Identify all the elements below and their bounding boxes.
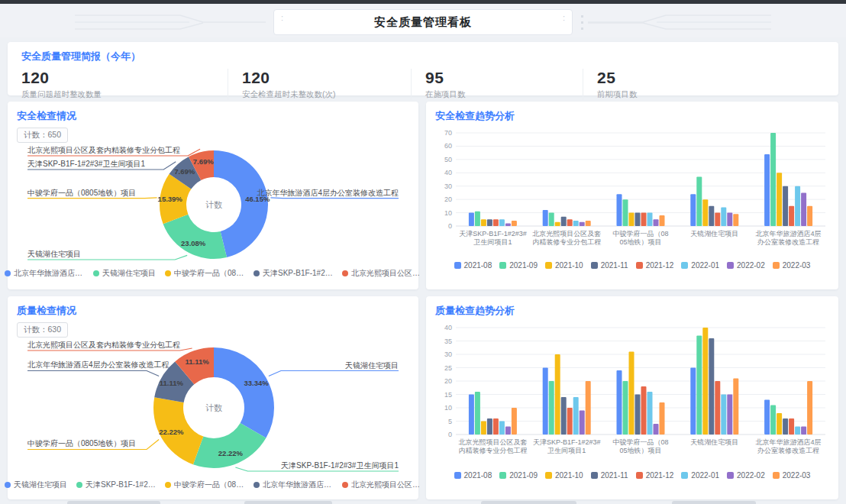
bar[interactable] — [709, 338, 714, 435]
bar[interactable] — [512, 221, 517, 226]
legend-item[interactable]: 2021-08 — [454, 471, 492, 480]
bar[interactable] — [764, 154, 770, 226]
legend-item[interactable]: 2021-10 — [545, 471, 583, 480]
bar[interactable] — [801, 427, 806, 435]
bar[interactable] — [493, 219, 499, 226]
bar[interactable] — [623, 199, 628, 226]
bar[interactable] — [629, 352, 634, 435]
bar[interactable] — [499, 219, 505, 226]
bar[interactable] — [715, 381, 720, 435]
bar[interactable] — [481, 219, 486, 226]
bar[interactable] — [505, 427, 511, 435]
bar[interactable] — [487, 219, 492, 226]
legend-item[interactable]: 2021-09 — [499, 471, 538, 480]
legend-item[interactable]: 天津SKP-B1F-1#2#3#卫生间项目1 — [253, 268, 333, 279]
bar[interactable] — [709, 206, 714, 226]
legend-item[interactable]: 北京光熙项目公区及套内精装修专业分包工程 — [342, 268, 421, 279]
legend-item[interactable]: 2021-10 — [545, 261, 583, 270]
bar[interactable] — [580, 222, 585, 226]
bar[interactable] — [475, 212, 480, 226]
bar[interactable] — [770, 133, 776, 226]
bar[interactable] — [721, 395, 726, 435]
bar[interactable] — [543, 210, 548, 226]
pie-slice[interactable] — [214, 347, 274, 438]
bar[interactable] — [635, 213, 641, 226]
legend-item[interactable]: 2022-02 — [727, 261, 765, 270]
bar[interactable] — [543, 368, 548, 435]
bar[interactable] — [469, 395, 474, 435]
bar[interactable] — [789, 206, 794, 226]
bar[interactable] — [629, 213, 634, 226]
bar[interactable] — [777, 173, 782, 226]
bar[interactable] — [702, 199, 708, 226]
bar[interactable] — [647, 213, 653, 226]
legend-item[interactable]: 天镜湖住宅项目 — [5, 480, 67, 490]
legend-item[interactable]: 北京年华旅游酒店4层办公室装修改造工程 — [5, 268, 84, 279]
bar[interactable] — [777, 413, 782, 435]
bar[interactable] — [573, 221, 579, 226]
bar[interactable] — [617, 194, 622, 226]
bar[interactable] — [654, 219, 659, 226]
bar[interactable] — [807, 381, 812, 435]
bar[interactable] — [580, 411, 585, 435]
bar[interactable] — [641, 213, 647, 226]
bar[interactable] — [789, 418, 794, 435]
bar[interactable] — [481, 422, 486, 435]
bar[interactable] — [641, 386, 647, 435]
bar[interactable] — [549, 381, 554, 435]
legend-item[interactable]: 中骏学府一品（0805地铁）项目 — [165, 480, 244, 490]
bar[interactable] — [795, 427, 800, 435]
bar[interactable] — [727, 395, 732, 435]
bar[interactable] — [690, 368, 696, 435]
bar[interactable] — [469, 213, 474, 226]
bar[interactable] — [499, 422, 505, 435]
bar[interactable] — [696, 177, 702, 226]
legend-item[interactable]: 2021-09 — [499, 261, 538, 270]
bar[interactable] — [647, 392, 653, 435]
bar[interactable] — [555, 354, 560, 435]
legend-item[interactable]: 2022-01 — [681, 261, 719, 270]
bar[interactable] — [487, 418, 492, 435]
bar[interactable] — [721, 208, 726, 226]
bar[interactable] — [573, 397, 579, 435]
bar[interactable] — [567, 408, 573, 435]
bar[interactable] — [702, 328, 708, 435]
bar[interactable] — [567, 219, 573, 226]
bar[interactable] — [586, 221, 591, 226]
bar[interactable] — [764, 400, 770, 435]
legend-item[interactable]: 2021-11 — [591, 261, 628, 270]
bar[interactable] — [801, 192, 806, 226]
bar[interactable] — [635, 395, 641, 435]
legend-item[interactable]: 2021-11 — [591, 471, 628, 480]
bar[interactable] — [783, 186, 788, 226]
bar[interactable] — [807, 206, 812, 226]
legend-item[interactable]: 2022-01 — [681, 471, 719, 480]
legend-item[interactable]: 北京年华旅游酒店4层办公室装修改造工程 — [253, 480, 333, 490]
bar[interactable] — [795, 186, 800, 226]
bar[interactable] — [512, 408, 517, 435]
bar[interactable] — [783, 418, 788, 435]
bar[interactable] — [561, 397, 567, 435]
legend-item[interactable]: 2021-08 — [454, 261, 492, 270]
bar[interactable] — [733, 214, 738, 226]
bar[interactable] — [505, 224, 511, 226]
legend-item[interactable]: 2021-12 — [636, 471, 674, 480]
legend-item[interactable]: 2021-12 — [636, 261, 674, 270]
legend-item[interactable]: 北京光熙项目公区及套内精装修专业分包工程 — [342, 480, 421, 490]
legend-item[interactable]: 天镜湖住宅项目 — [93, 268, 156, 279]
bar[interactable] — [660, 402, 665, 435]
bar[interactable] — [617, 370, 622, 435]
bar[interactable] — [696, 336, 702, 435]
bar[interactable] — [690, 194, 696, 226]
bar[interactable] — [654, 424, 659, 435]
bar[interactable] — [770, 405, 776, 435]
legend-item[interactable]: 2022-02 — [727, 471, 765, 480]
bar[interactable] — [475, 392, 480, 435]
pie-slice[interactable] — [163, 215, 227, 259]
legend-item[interactable]: 中骏学府一品（0805地铁）项目 — [165, 268, 244, 279]
bar[interactable] — [727, 213, 732, 226]
bar[interactable] — [623, 381, 628, 435]
bar[interactable] — [561, 217, 567, 226]
bar[interactable] — [549, 213, 554, 226]
legend-item[interactable]: 2022-03 — [773, 261, 811, 270]
